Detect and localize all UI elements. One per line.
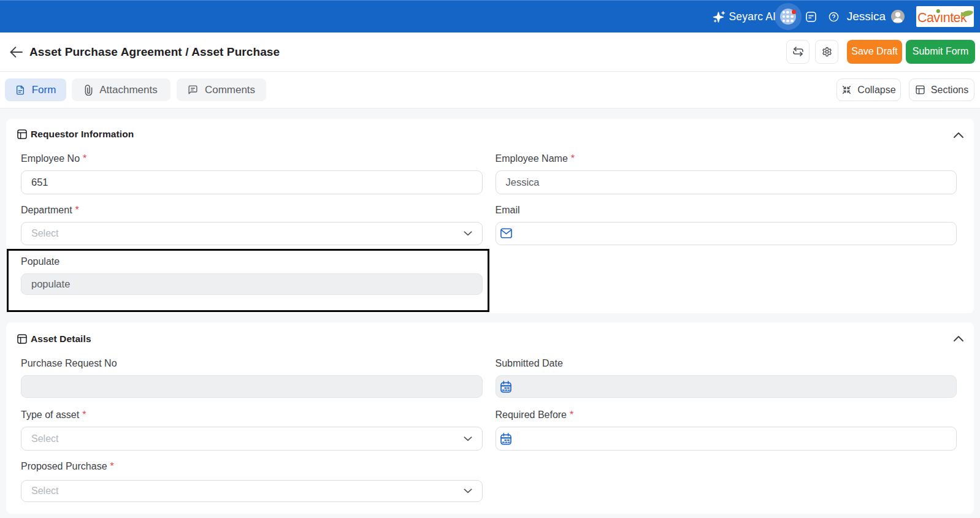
svg-text:Cavıntek: Cavıntek [917,10,967,25]
